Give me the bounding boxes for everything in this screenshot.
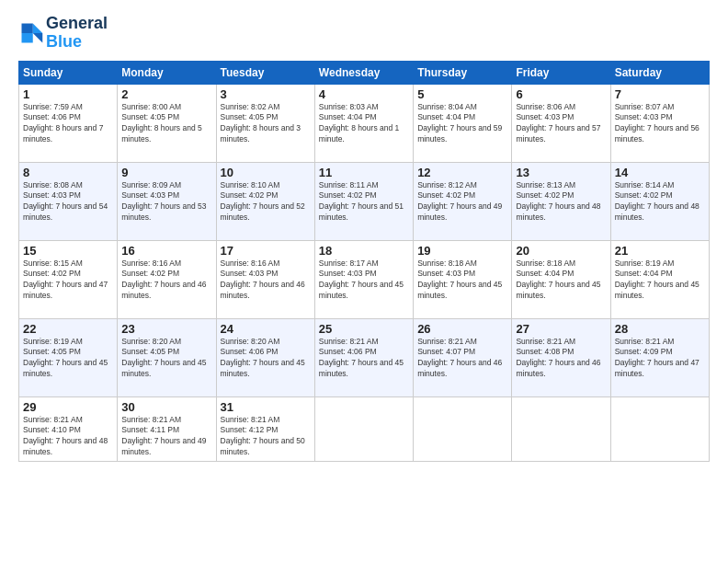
- calendar-cell: 5Sunrise: 8:04 AMSunset: 4:04 PMDaylight…: [414, 84, 512, 162]
- day-number: 2: [121, 87, 211, 101]
- day-number: 1: [23, 87, 113, 101]
- day-info: Sunrise: 8:13 AMSunset: 4:02 PMDaylight:…: [516, 180, 606, 224]
- header: General Blue: [18, 15, 710, 52]
- calendar-cell: 18Sunrise: 8:17 AMSunset: 4:03 PMDayligh…: [314, 240, 413, 318]
- calendar-cell: [414, 396, 512, 462]
- svg-marker-0: [33, 23, 43, 33]
- day-number: 21: [615, 244, 705, 258]
- day-info: Sunrise: 8:18 AMSunset: 4:04 PMDaylight:…: [516, 259, 606, 303]
- logo-blue: Blue: [46, 33, 108, 52]
- day-info: Sunrise: 8:03 AMSunset: 4:04 PMDaylight:…: [319, 102, 409, 146]
- day-info: Sunrise: 7:59 AMSunset: 4:06 PMDaylight:…: [23, 102, 113, 146]
- day-number: 20: [516, 244, 606, 258]
- calendar-cell: 20Sunrise: 8:18 AMSunset: 4:04 PMDayligh…: [512, 240, 610, 318]
- weekday-header-monday: Monday: [118, 61, 216, 84]
- day-info: Sunrise: 8:21 AMSunset: 4:12 PMDaylight:…: [221, 415, 311, 459]
- page: General Blue SundayMondayTuesdayWednesda…: [0, 0, 728, 563]
- day-info: Sunrise: 8:04 AMSunset: 4:04 PMDaylight:…: [417, 102, 507, 146]
- calendar-cell: 25Sunrise: 8:21 AMSunset: 4:06 PMDayligh…: [314, 318, 413, 396]
- day-info: Sunrise: 8:06 AMSunset: 4:03 PMDaylight:…: [516, 102, 606, 146]
- day-number: 28: [615, 322, 705, 336]
- day-number: 24: [221, 322, 311, 336]
- day-info: Sunrise: 8:08 AMSunset: 4:03 PMDaylight:…: [23, 180, 113, 224]
- calendar-cell: 23Sunrise: 8:20 AMSunset: 4:05 PMDayligh…: [118, 318, 216, 396]
- day-number: 27: [516, 322, 606, 336]
- day-info: Sunrise: 8:20 AMSunset: 4:05 PMDaylight:…: [121, 337, 211, 381]
- calendar-cell: 11Sunrise: 8:11 AMSunset: 4:02 PMDayligh…: [314, 162, 413, 240]
- svg-marker-1: [33, 33, 43, 43]
- day-number: 11: [319, 166, 409, 179]
- day-number: 23: [121, 322, 211, 336]
- day-number: 31: [221, 400, 311, 414]
- day-info: Sunrise: 8:21 AMSunset: 4:09 PMDaylight:…: [615, 337, 705, 381]
- day-number: 15: [23, 244, 113, 258]
- day-number: 14: [615, 166, 705, 179]
- calendar-cell: 26Sunrise: 8:21 AMSunset: 4:07 PMDayligh…: [414, 318, 512, 396]
- day-number: 16: [121, 244, 211, 258]
- day-info: Sunrise: 8:10 AMSunset: 4:02 PMDaylight:…: [221, 180, 311, 224]
- calendar-cell: 3Sunrise: 8:02 AMSunset: 4:05 PMDaylight…: [216, 84, 314, 162]
- calendar-cell: 15Sunrise: 8:15 AMSunset: 4:02 PMDayligh…: [19, 240, 118, 318]
- day-info: Sunrise: 8:15 AMSunset: 4:02 PMDaylight:…: [23, 259, 113, 303]
- calendar-cell: 2Sunrise: 8:00 AMSunset: 4:05 PMDaylight…: [118, 84, 216, 162]
- calendar-cell: 13Sunrise: 8:13 AMSunset: 4:02 PMDayligh…: [512, 162, 610, 240]
- calendar-cell: [512, 396, 610, 462]
- weekday-header-saturday: Saturday: [610, 61, 709, 84]
- day-info: Sunrise: 8:20 AMSunset: 4:06 PMDaylight:…: [221, 337, 311, 381]
- day-number: 30: [121, 400, 211, 414]
- calendar-cell: 6Sunrise: 8:06 AMSunset: 4:03 PMDaylight…: [512, 84, 610, 162]
- day-number: 19: [417, 244, 507, 258]
- day-info: Sunrise: 8:21 AMSunset: 4:08 PMDaylight:…: [516, 337, 606, 381]
- day-info: Sunrise: 8:19 AMSunset: 4:05 PMDaylight:…: [23, 337, 113, 381]
- day-number: 13: [516, 166, 606, 179]
- day-info: Sunrise: 8:11 AMSunset: 4:02 PMDaylight:…: [319, 180, 409, 224]
- calendar-cell: 16Sunrise: 8:16 AMSunset: 4:02 PMDayligh…: [118, 240, 216, 318]
- day-number: 5: [417, 87, 507, 101]
- calendar-cell: 1Sunrise: 7:59 AMSunset: 4:06 PMDaylight…: [19, 84, 118, 162]
- calendar-cell: 4Sunrise: 8:03 AMSunset: 4:04 PMDaylight…: [314, 84, 413, 162]
- weekday-header-friday: Friday: [512, 61, 610, 84]
- day-info: Sunrise: 8:18 AMSunset: 4:03 PMDaylight:…: [417, 259, 507, 303]
- logo-icon: [18, 20, 44, 46]
- calendar-table: SundayMondayTuesdayWednesdayThursdayFrid…: [18, 61, 710, 463]
- day-info: Sunrise: 8:16 AMSunset: 4:03 PMDaylight:…: [221, 259, 311, 303]
- calendar-cell: 22Sunrise: 8:19 AMSunset: 4:05 PMDayligh…: [19, 318, 118, 396]
- weekday-header-thursday: Thursday: [414, 61, 512, 84]
- day-number: 17: [221, 244, 311, 258]
- day-number: 6: [516, 87, 606, 101]
- day-number: 3: [221, 87, 311, 101]
- weekday-header-sunday: Sunday: [19, 61, 118, 84]
- day-info: Sunrise: 8:17 AMSunset: 4:03 PMDaylight:…: [319, 259, 409, 303]
- calendar-cell: 31Sunrise: 8:21 AMSunset: 4:12 PMDayligh…: [216, 396, 314, 462]
- calendar-cell: 24Sunrise: 8:20 AMSunset: 4:06 PMDayligh…: [216, 318, 314, 396]
- calendar-cell: 7Sunrise: 8:07 AMSunset: 4:03 PMDaylight…: [610, 84, 709, 162]
- day-info: Sunrise: 8:12 AMSunset: 4:02 PMDaylight:…: [417, 180, 507, 224]
- day-number: 10: [221, 166, 311, 179]
- calendar-cell: [610, 396, 709, 462]
- day-number: 8: [23, 166, 113, 179]
- day-number: 7: [615, 87, 705, 101]
- day-number: 22: [23, 322, 113, 336]
- calendar-cell: 19Sunrise: 8:18 AMSunset: 4:03 PMDayligh…: [414, 240, 512, 318]
- calendar-cell: [314, 396, 413, 462]
- day-info: Sunrise: 8:09 AMSunset: 4:03 PMDaylight:…: [121, 180, 211, 224]
- day-number: 26: [417, 322, 507, 336]
- day-number: 29: [23, 400, 113, 414]
- calendar-cell: 10Sunrise: 8:10 AMSunset: 4:02 PMDayligh…: [216, 162, 314, 240]
- day-info: Sunrise: 8:21 AMSunset: 4:06 PMDaylight:…: [319, 337, 409, 381]
- day-info: Sunrise: 8:07 AMSunset: 4:03 PMDaylight:…: [615, 102, 705, 146]
- day-info: Sunrise: 8:00 AMSunset: 4:05 PMDaylight:…: [121, 102, 211, 146]
- calendar-cell: 8Sunrise: 8:08 AMSunset: 4:03 PMDaylight…: [19, 162, 118, 240]
- day-number: 18: [319, 244, 409, 258]
- svg-marker-3: [22, 33, 33, 43]
- day-info: Sunrise: 8:02 AMSunset: 4:05 PMDaylight:…: [221, 102, 311, 146]
- calendar-cell: 12Sunrise: 8:12 AMSunset: 4:02 PMDayligh…: [414, 162, 512, 240]
- day-number: 9: [121, 166, 211, 179]
- calendar-cell: 14Sunrise: 8:14 AMSunset: 4:02 PMDayligh…: [610, 162, 709, 240]
- weekday-header-wednesday: Wednesday: [314, 61, 413, 84]
- day-number: 25: [319, 322, 409, 336]
- logo: General Blue: [18, 15, 108, 52]
- day-info: Sunrise: 8:21 AMSunset: 4:07 PMDaylight:…: [417, 337, 507, 381]
- day-info: Sunrise: 8:16 AMSunset: 4:02 PMDaylight:…: [121, 259, 211, 303]
- day-info: Sunrise: 8:19 AMSunset: 4:04 PMDaylight:…: [615, 259, 705, 303]
